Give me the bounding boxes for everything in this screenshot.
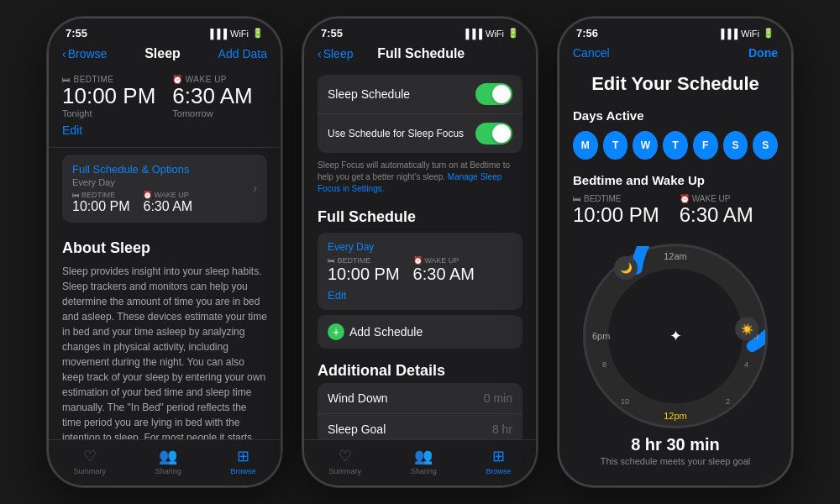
- fs-wakeup: ⏰ WAKE UP 6:30 AM: [143, 191, 192, 214]
- nav-title-2: Full Schedule: [377, 46, 465, 61]
- status-bar-1: 7:55 ▐▐▐ WiFi 🔋: [49, 18, 281, 43]
- fs-left: Full Schedule & Options Every Day 🛏 BEDT…: [72, 163, 192, 214]
- additional-details-section: Wind Down 0 min Sleep Goal 8 hr: [304, 383, 536, 439]
- about-title: About Sleep: [62, 239, 267, 257]
- signal-icon-3: ▐▐▐: [718, 29, 738, 39]
- label-12pm: 12pm: [664, 411, 687, 421]
- alarm-icon-small: ⏰: [143, 191, 152, 199]
- duration-sub: This schedule meets your sleep goal: [559, 456, 791, 473]
- tab-bar-2: ♡ Summary 👥 Sharing ⊞ Browse: [304, 439, 536, 486]
- browse-icon: ⊞: [237, 447, 249, 465]
- browse-icon-2: ⊞: [492, 447, 505, 465]
- tab-sharing-1[interactable]: 👥 Sharing: [155, 447, 181, 475]
- additional-details-header: Additional Details: [304, 355, 536, 383]
- about-text: Sleep provides insight into your sleep h…: [62, 264, 267, 439]
- sleep-goal-label: Sleep Goal: [328, 423, 386, 436]
- bedtime-wakeup-section-3: Bedtime and Wake Up 🛏 BEDTIME 10:00 PM ⏰…: [559, 170, 791, 244]
- add-schedule-row[interactable]: + Add Schedule: [318, 315, 522, 349]
- label-2: 2: [726, 397, 730, 406]
- back-button-2[interactable]: ‹ Sleep: [318, 47, 353, 60]
- done-button[interactable]: Done: [748, 46, 778, 60]
- nav-bar-1: ‹ Browse Sleep Add Data: [49, 43, 281, 68]
- bedtime-time: 10:00 PM: [62, 84, 155, 108]
- status-bar-2: 7:55 ▐▐▐ WiFi 🔋: [304, 18, 536, 43]
- bws-wakeup: ⏰ WAKE UP 6:30 AM: [680, 194, 753, 227]
- summary-icon: ♡: [83, 447, 97, 465]
- nav-bar-2: ‹ Sleep Full Schedule: [304, 43, 536, 68]
- status-time-2: 7:55: [321, 27, 343, 39]
- day-friday[interactable]: F: [693, 131, 718, 160]
- fs-bedtime: 🛏 BEDTIME 10:00 PM: [72, 191, 129, 214]
- chevron-left-icon: ‹: [62, 47, 66, 60]
- sleep-goal-row[interactable]: Sleep Goal 8 hr: [318, 414, 522, 439]
- phone-3: 7:56 ▐▐▐ WiFi 🔋 Cancel Done Edit Your Sc…: [558, 17, 793, 487]
- wakeup-sub: Tomorrow: [172, 108, 252, 118]
- clock-inner: ✦: [608, 269, 743, 403]
- wind-down-row[interactable]: Wind Down 0 min: [318, 383, 522, 414]
- tab-sharing-2[interactable]: 👥 Sharing: [411, 447, 437, 475]
- bedtime-marker[interactable]: 🌙: [614, 256, 638, 280]
- label-10: 10: [621, 397, 629, 406]
- clock-dial[interactable]: ✦ 12am 6am 12pm 6pm 2 4 8 10 🌙 ☀️: [583, 244, 768, 428]
- day-monday[interactable]: M: [573, 131, 598, 160]
- day-saturday[interactable]: S: [723, 131, 748, 160]
- fs-wakeup-time: 6:30 AM: [143, 199, 192, 214]
- sc-bedtime-time: 10:00 PM: [328, 265, 400, 284]
- edit-button-1[interactable]: Edit: [62, 123, 267, 137]
- status-time-3: 7:56: [576, 27, 598, 39]
- fs-bw-row: 🛏 BEDTIME 10:00 PM ⏰ WAKE UP 6:30 AM: [72, 191, 192, 214]
- use-schedule-toggle-row[interactable]: Use Schedule for Sleep Focus: [318, 114, 522, 153]
- wakeup-marker[interactable]: ☀️: [735, 318, 759, 341]
- bw-row: 🛏 BEDTIME 10:00 PM Tonight ⏰ WAKE UP 6:3…: [62, 75, 267, 118]
- edit-schedule-title: Edit Your Schedule: [559, 66, 791, 105]
- wakeup-time: 6:30 AM: [172, 84, 252, 108]
- cancel-button[interactable]: Cancel: [573, 46, 610, 60]
- label-4: 4: [744, 360, 748, 369]
- bed-icon-sc: 🛏: [328, 256, 338, 265]
- label-8: 8: [602, 360, 606, 369]
- alarm-icon-bws: ⏰: [680, 194, 690, 203]
- battery-icon-2: 🔋: [507, 28, 519, 39]
- clock-center-icon: ✦: [669, 327, 682, 345]
- battery-icon: 🔋: [252, 28, 264, 39]
- use-schedule-toggle[interactable]: [475, 123, 512, 144]
- add-data-button[interactable]: Add Data: [218, 47, 267, 60]
- fs-bedtime-time: 10:00 PM: [72, 199, 129, 214]
- bed-icon-small: 🛏: [72, 191, 80, 199]
- add-icon: +: [328, 323, 344, 340]
- sleep-schedule-toggle[interactable]: [475, 83, 512, 105]
- sleep-schedule-toggle-row[interactable]: Sleep Schedule: [318, 75, 522, 114]
- duration-text: 8 hr 30 min: [559, 428, 791, 456]
- sc-bedtime: 🛏 BEDTIME 10:00 PM: [328, 256, 400, 284]
- tab-summary-2[interactable]: ♡ Summary: [328, 447, 361, 475]
- add-schedule-label: Add Schedule: [349, 325, 423, 339]
- tab-summary-1[interactable]: ♡ Summary: [73, 447, 106, 475]
- scroll-content-1: 🛏 BEDTIME 10:00 PM Tonight ⏰ WAKE UP 6:3…: [49, 68, 281, 439]
- chevron-left-icon-2: ‹: [318, 47, 322, 60]
- sleep-schedule-label: Sleep Schedule: [328, 87, 410, 101]
- full-schedule-row[interactable]: Full Schedule & Options Every Day 🛏 BEDT…: [62, 155, 267, 223]
- browse-label: Browse: [231, 467, 256, 475]
- day-wednesday[interactable]: W: [633, 131, 658, 160]
- bws-title: Bedtime and Wake Up: [573, 173, 778, 187]
- wind-down-value: 0 min: [484, 391, 512, 405]
- days-row: M T W T F S S: [573, 131, 778, 160]
- alarm-icon-sc: ⏰: [413, 256, 425, 265]
- tab-browse-2[interactable]: ⊞ Browse: [486, 447, 512, 475]
- about-sleep-section: About Sleep Sleep provides insight into …: [49, 229, 281, 439]
- toggle-section: Sleep Schedule Use Schedule for Sleep Fo…: [318, 75, 522, 153]
- status-bar-3: 7:56 ▐▐▐ WiFi 🔋: [559, 18, 791, 43]
- sc-edit-button[interactable]: Edit: [328, 289, 512, 302]
- wifi-icon-2: WiFi: [486, 29, 504, 39]
- sc-every-day: Every Day: [328, 241, 512, 253]
- tab-browse-1[interactable]: ⊞ Browse: [231, 447, 256, 475]
- nav-title-1: Sleep: [144, 46, 181, 61]
- status-icons-1: ▐▐▐ WiFi 🔋: [207, 28, 264, 39]
- day-sunday[interactable]: S: [753, 131, 778, 160]
- focus-link[interactable]: Manage Sleep Focus in Settings.: [318, 172, 501, 193]
- back-button-1[interactable]: ‹ Browse: [62, 47, 107, 60]
- sharing-icon: 👥: [159, 447, 177, 465]
- day-tuesday[interactable]: T: [603, 131, 628, 160]
- sharing-icon-2: 👥: [414, 447, 433, 465]
- day-thursday[interactable]: T: [663, 131, 688, 160]
